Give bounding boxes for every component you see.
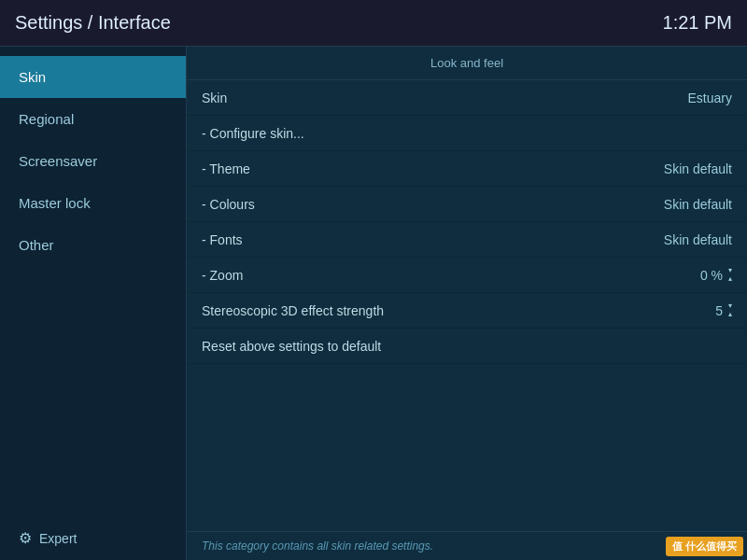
setting-stereoscopic-label: Stereoscopic 3D effect strength (202, 303, 384, 318)
gear-icon: ⚙ (19, 529, 32, 547)
app-header: Settings / Interface 1:21 PM (0, 0, 747, 47)
sidebar-item-master-lock[interactable]: Master lock (0, 182, 186, 224)
sidebar-item-other[interactable]: Other (0, 224, 186, 266)
setting-fonts-value: Skin default (664, 232, 732, 247)
setting-skin-value: Estuary (688, 91, 732, 105)
settings-list: Skin Estuary - Configure skin... - Theme… (187, 80, 747, 531)
setting-configure-skin[interactable]: - Configure skin... (187, 116, 747, 151)
setting-skin-label: Skin (202, 91, 227, 105)
setting-zoom[interactable]: - Zoom 0 % ▾ ▴ (187, 258, 747, 293)
stereo-up-icon[interactable]: ▴ (728, 311, 732, 318)
setting-theme[interactable]: - Theme Skin default (187, 151, 747, 187)
sidebar-item-skin[interactable]: Skin (0, 56, 186, 98)
setting-zoom-value: 0 % ▾ ▴ (700, 267, 732, 283)
setting-fonts[interactable]: - Fonts Skin default (187, 222, 747, 258)
expert-button[interactable]: ⚙ Expert (0, 516, 186, 560)
setting-skin[interactable]: Skin Estuary (187, 80, 747, 116)
setting-reset-label: Reset above settings to default (202, 339, 381, 354)
footer-note: This category contains all skin related … (187, 531, 747, 560)
setting-configure-skin-label: - Configure skin... (202, 126, 304, 141)
setting-theme-label: - Theme (202, 161, 250, 176)
setting-zoom-label: - Zoom (202, 268, 243, 283)
setting-fonts-label: - Fonts (202, 232, 243, 247)
content-area: Look and feel Skin Estuary - Configure s… (187, 47, 747, 560)
zoom-down-icon[interactable]: ▾ (728, 267, 732, 274)
stereo-down-icon[interactable]: ▾ (728, 302, 732, 310)
sidebar-item-regional[interactable]: Regional (0, 98, 186, 140)
setting-stereoscopic[interactable]: Stereoscopic 3D effect strength 5 ▾ ▴ (187, 293, 747, 329)
setting-reset[interactable]: Reset above settings to default (187, 329, 747, 364)
sidebar: Skin Regional Screensaver Master lock Ot… (0, 47, 187, 560)
sidebar-item-screensaver[interactable]: Screensaver (0, 140, 186, 182)
zoom-up-icon[interactable]: ▴ (728, 275, 732, 283)
sidebar-nav: Skin Regional Screensaver Master lock Ot… (0, 47, 186, 516)
section-header: Look and feel (187, 47, 747, 80)
stereo-stepper[interactable]: ▾ ▴ (728, 302, 732, 318)
setting-colours-value: Skin default (664, 197, 732, 212)
zoom-stepper[interactable]: ▾ ▴ (728, 267, 732, 283)
clock: 1:21 PM (663, 12, 732, 34)
page-title: Settings / Interface (15, 12, 171, 34)
setting-colours[interactable]: - Colours Skin default (187, 187, 747, 222)
setting-theme-value: Skin default (664, 161, 732, 176)
expert-label: Expert (39, 531, 77, 546)
setting-stereoscopic-value: 5 ▾ ▴ (715, 302, 732, 318)
setting-colours-label: - Colours (202, 197, 255, 212)
main-layout: Skin Regional Screensaver Master lock Ot… (0, 47, 747, 560)
watermark: 值 什么值得买 (666, 537, 743, 556)
